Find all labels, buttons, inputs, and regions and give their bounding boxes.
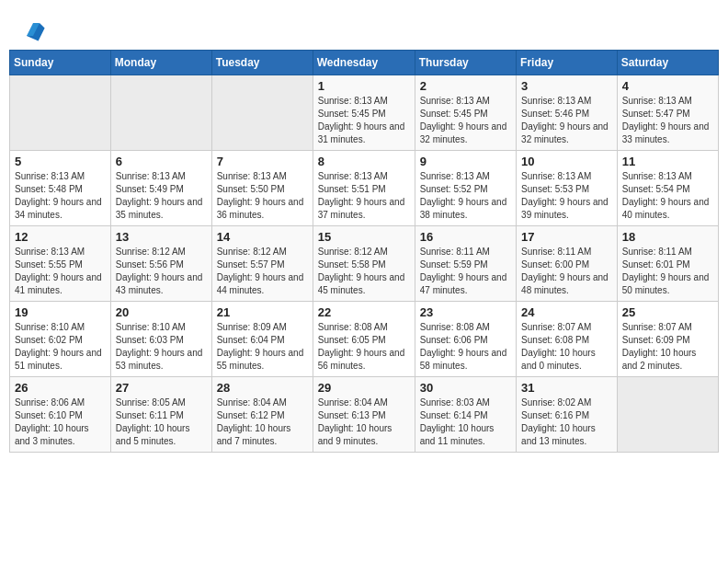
day-cell: 29Sunrise: 8:04 AM Sunset: 6:13 PM Dayli… — [313, 377, 415, 453]
day-cell: 1Sunrise: 8:13 AM Sunset: 5:45 PM Daylig… — [313, 75, 415, 151]
day-info: Sunrise: 8:13 AM Sunset: 5:47 PM Dayligh… — [622, 95, 713, 146]
day-info: Sunrise: 8:03 AM Sunset: 6:14 PM Dayligh… — [420, 396, 511, 448]
day-info: Sunrise: 8:13 AM Sunset: 5:49 PM Dayligh… — [116, 170, 207, 222]
day-number: 7 — [217, 155, 308, 168]
day-cell: 8Sunrise: 8:13 AM Sunset: 5:51 PM Daylig… — [313, 151, 415, 226]
day-of-week-tuesday: Tuesday — [211, 51, 313, 75]
day-cell: 25Sunrise: 8:07 AM Sunset: 6:09 PM Dayli… — [617, 302, 718, 377]
page-header — [9, 9, 719, 50]
day-number: 4 — [622, 79, 713, 93]
day-cell: 13Sunrise: 8:12 AM Sunset: 5:56 PM Dayli… — [110, 226, 211, 302]
day-number: 25 — [622, 305, 713, 319]
day-cell: 24Sunrise: 8:07 AM Sunset: 6:08 PM Dayli… — [517, 302, 618, 377]
day-number: 28 — [217, 381, 308, 395]
day-info: Sunrise: 8:13 AM Sunset: 5:51 PM Dayligh… — [318, 170, 410, 222]
day-info: Sunrise: 8:08 AM Sunset: 6:05 PM Dayligh… — [318, 321, 410, 373]
day-info: Sunrise: 8:13 AM Sunset: 5:50 PM Dayligh… — [217, 170, 308, 222]
day-number: 13 — [116, 230, 207, 244]
logo-icon — [20, 17, 46, 42]
day-of-week-sunday: Sunday — [10, 51, 111, 75]
day-cell: 30Sunrise: 8:03 AM Sunset: 6:14 PM Dayli… — [415, 377, 516, 453]
day-number: 6 — [116, 155, 207, 168]
week-row-1: 1Sunrise: 8:13 AM Sunset: 5:45 PM Daylig… — [10, 75, 719, 151]
day-cell: 10Sunrise: 8:13 AM Sunset: 5:53 PM Dayli… — [517, 151, 618, 226]
day-info: Sunrise: 8:13 AM Sunset: 5:45 PM Dayligh… — [318, 95, 410, 146]
day-number: 23 — [420, 305, 511, 319]
day-number: 15 — [318, 230, 410, 244]
day-cell: 15Sunrise: 8:12 AM Sunset: 5:58 PM Dayli… — [313, 226, 415, 302]
day-number: 8 — [318, 155, 410, 168]
day-of-week-saturday: Saturday — [617, 51, 718, 75]
calendar-body: 1Sunrise: 8:13 AM Sunset: 5:45 PM Daylig… — [10, 75, 719, 453]
day-cell: 12Sunrise: 8:13 AM Sunset: 5:55 PM Dayli… — [10, 226, 111, 302]
day-number: 10 — [521, 155, 612, 168]
day-info: Sunrise: 8:11 AM Sunset: 6:00 PM Dayligh… — [521, 246, 612, 297]
day-info: Sunrise: 8:13 AM Sunset: 5:45 PM Dayligh… — [420, 95, 511, 146]
day-info: Sunrise: 8:04 AM Sunset: 6:12 PM Dayligh… — [217, 396, 308, 448]
day-number: 27 — [116, 381, 207, 395]
day-cell: 31Sunrise: 8:02 AM Sunset: 6:16 PM Dayli… — [517, 377, 618, 453]
day-info: Sunrise: 8:13 AM Sunset: 5:53 PM Dayligh… — [521, 170, 612, 222]
week-row-4: 19Sunrise: 8:10 AM Sunset: 6:02 PM Dayli… — [10, 302, 719, 377]
day-number: 26 — [15, 381, 106, 395]
day-number: 20 — [116, 305, 207, 319]
day-info: Sunrise: 8:13 AM Sunset: 5:48 PM Dayligh… — [15, 170, 106, 222]
day-cell — [617, 377, 718, 453]
day-cell — [10, 75, 111, 151]
day-number: 9 — [420, 155, 511, 168]
day-info: Sunrise: 8:13 AM Sunset: 5:52 PM Dayligh… — [420, 170, 511, 222]
calendar-header: SundayMondayTuesdayWednesdayThursdayFrid… — [10, 51, 719, 75]
day-number: 21 — [217, 305, 308, 319]
day-cell: 23Sunrise: 8:08 AM Sunset: 6:06 PM Dayli… — [415, 302, 516, 377]
day-cell: 7Sunrise: 8:13 AM Sunset: 5:50 PM Daylig… — [211, 151, 313, 226]
day-cell: 5Sunrise: 8:13 AM Sunset: 5:48 PM Daylig… — [10, 151, 111, 226]
day-info: Sunrise: 8:13 AM Sunset: 5:54 PM Dayligh… — [622, 170, 713, 222]
day-cell: 21Sunrise: 8:09 AM Sunset: 6:04 PM Dayli… — [211, 302, 313, 377]
day-of-week-wednesday: Wednesday — [313, 51, 415, 75]
week-row-2: 5Sunrise: 8:13 AM Sunset: 5:48 PM Daylig… — [10, 151, 719, 226]
day-number: 5 — [15, 155, 106, 168]
day-cell: 22Sunrise: 8:08 AM Sunset: 6:05 PM Dayli… — [313, 302, 415, 377]
day-number: 14 — [217, 230, 308, 244]
day-number: 29 — [318, 381, 410, 395]
day-of-week-thursday: Thursday — [415, 51, 516, 75]
day-info: Sunrise: 8:11 AM Sunset: 5:59 PM Dayligh… — [420, 246, 511, 297]
day-number: 1 — [318, 79, 410, 93]
day-info: Sunrise: 8:05 AM Sunset: 6:11 PM Dayligh… — [116, 396, 207, 448]
day-cell: 17Sunrise: 8:11 AM Sunset: 6:00 PM Dayli… — [517, 226, 618, 302]
day-number: 30 — [420, 381, 511, 395]
day-cell: 16Sunrise: 8:11 AM Sunset: 5:59 PM Dayli… — [415, 226, 516, 302]
day-info: Sunrise: 8:12 AM Sunset: 5:58 PM Dayligh… — [318, 246, 410, 297]
day-info: Sunrise: 8:07 AM Sunset: 6:09 PM Dayligh… — [622, 321, 713, 373]
day-cell — [211, 75, 313, 151]
day-info: Sunrise: 8:10 AM Sunset: 6:03 PM Dayligh… — [116, 321, 207, 373]
day-info: Sunrise: 8:02 AM Sunset: 6:16 PM Dayligh… — [521, 396, 612, 448]
day-cell: 6Sunrise: 8:13 AM Sunset: 5:49 PM Daylig… — [110, 151, 211, 226]
day-cell: 3Sunrise: 8:13 AM Sunset: 5:46 PM Daylig… — [517, 75, 618, 151]
day-of-week-monday: Monday — [110, 51, 211, 75]
day-cell: 26Sunrise: 8:06 AM Sunset: 6:10 PM Dayli… — [10, 377, 111, 453]
day-number: 3 — [521, 79, 612, 93]
day-cell: 9Sunrise: 8:13 AM Sunset: 5:52 PM Daylig… — [415, 151, 516, 226]
day-cell: 28Sunrise: 8:04 AM Sunset: 6:12 PM Dayli… — [211, 377, 313, 453]
day-cell — [110, 75, 211, 151]
day-cell: 4Sunrise: 8:13 AM Sunset: 5:47 PM Daylig… — [617, 75, 718, 151]
day-info: Sunrise: 8:10 AM Sunset: 6:02 PM Dayligh… — [15, 321, 106, 373]
day-number: 17 — [521, 230, 612, 244]
week-row-3: 12Sunrise: 8:13 AM Sunset: 5:55 PM Dayli… — [10, 226, 719, 302]
day-cell: 14Sunrise: 8:12 AM Sunset: 5:57 PM Dayli… — [211, 226, 313, 302]
day-info: Sunrise: 8:13 AM Sunset: 5:55 PM Dayligh… — [15, 246, 106, 297]
week-row-5: 26Sunrise: 8:06 AM Sunset: 6:10 PM Dayli… — [10, 377, 719, 453]
day-info: Sunrise: 8:12 AM Sunset: 5:56 PM Dayligh… — [116, 246, 207, 297]
day-number: 16 — [420, 230, 511, 244]
day-info: Sunrise: 8:06 AM Sunset: 6:10 PM Dayligh… — [15, 396, 106, 448]
day-info: Sunrise: 8:08 AM Sunset: 6:06 PM Dayligh… — [420, 321, 511, 373]
day-cell: 19Sunrise: 8:10 AM Sunset: 6:02 PM Dayli… — [10, 302, 111, 377]
day-info: Sunrise: 8:04 AM Sunset: 6:13 PM Dayligh… — [318, 396, 410, 448]
calendar-table: SundayMondayTuesdayWednesdayThursdayFrid… — [9, 50, 719, 453]
day-info: Sunrise: 8:09 AM Sunset: 6:04 PM Dayligh… — [217, 321, 308, 373]
days-of-week-row: SundayMondayTuesdayWednesdayThursdayFrid… — [10, 51, 719, 75]
day-cell: 27Sunrise: 8:05 AM Sunset: 6:11 PM Dayli… — [110, 377, 211, 453]
day-number: 24 — [521, 305, 612, 319]
day-number: 2 — [420, 79, 511, 93]
